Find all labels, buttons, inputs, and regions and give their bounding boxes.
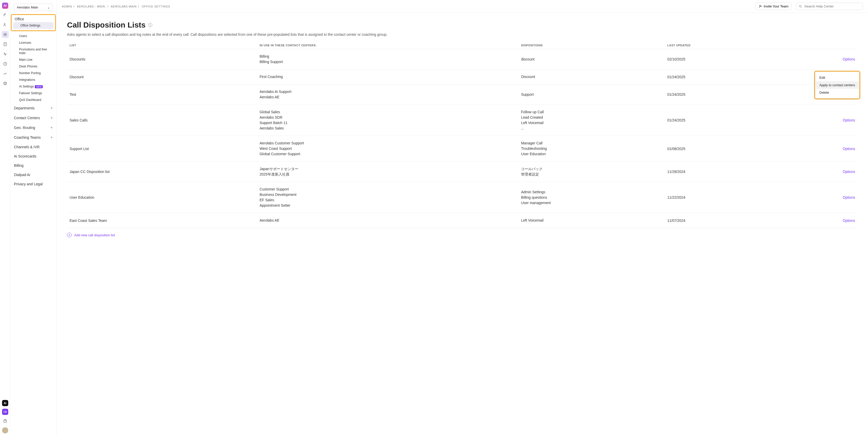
search-icon [799, 5, 802, 8]
cell-dispositions: Manager CallTroubleshootingUser Educatio… [518, 136, 665, 162]
breadcrumb-item[interactable]: ADMIN [62, 5, 72, 8]
sidebar-item-desk-phones[interactable]: Desk Phones [12, 63, 55, 70]
options-link[interactable]: Options [843, 170, 855, 174]
sidebar-item-contact-centers[interactable]: Contact Centers+ [10, 113, 56, 123]
cell-centers: Customer SupportBusiness DevelopmentEF S… [257, 182, 518, 213]
building-icon[interactable] [2, 41, 9, 48]
svg-rect-4 [4, 411, 5, 412]
sidebar-item-geo-routing[interactable]: Geo. Routing+ [10, 123, 56, 133]
user-plus-icon [758, 5, 762, 8]
cell-updated: 01/24/2025 [665, 69, 784, 85]
svg-point-1 [5, 34, 6, 35]
search-input[interactable] [804, 4, 860, 8]
sidebar-item-billing[interactable]: Billing [10, 161, 56, 170]
cell-list: Test [67, 85, 257, 105]
clock-icon[interactable] [2, 60, 9, 67]
trend-icon[interactable] [2, 70, 9, 77]
breadcrumb-item: OFFICE SETTINGS [142, 5, 170, 8]
sidebar-item-integrations[interactable]: Integrations [12, 76, 55, 83]
table-row: East Coast Sales TeamAerolabs AELeft Voi… [67, 213, 858, 228]
info-icon[interactable]: i [148, 23, 152, 27]
users-icon[interactable] [2, 21, 9, 28]
breadcrumb-sep: / [107, 5, 108, 8]
invite-label: Invite Your Team [764, 4, 788, 8]
table-row: Support ListAerolabs Customer SupportWes… [67, 136, 858, 162]
sidebar-item-departments[interactable]: Departments+ [10, 103, 56, 113]
sidebar-item-coaching-teams[interactable]: Coaching Teams+ [10, 133, 56, 142]
col-dispositions: DISPOSITIONS [518, 42, 665, 49]
sidebar-item-ai-settings[interactable]: Ai SettingsNew [12, 83, 55, 90]
new-badge: New [35, 85, 43, 88]
cell-list: Japan CC Disposition list [67, 162, 257, 182]
search-help[interactable] [796, 3, 863, 10]
sidebar-item-label: Departments [14, 106, 34, 110]
video-icon[interactable] [2, 409, 8, 415]
options-link[interactable]: Options [843, 57, 855, 61]
cell-list: User Education [67, 182, 257, 213]
breadcrumb-item[interactable]: AEROLABS MAIN [111, 5, 136, 8]
sidebar-item-promotions[interactable]: Promotions and free trials [12, 46, 55, 56]
box-icon[interactable] [2, 80, 9, 87]
invite-team-button[interactable]: Invite Your Team [755, 3, 792, 10]
sidebar-item-licenses[interactable]: Licenses [12, 39, 55, 46]
help-icon[interactable] [2, 417, 9, 425]
cell-centers: Japanサポートセンター2025年度新入社員 [257, 162, 518, 182]
col-list: LIST [67, 42, 257, 49]
sidebar-item-privacy-legal[interactable]: Privacy and Legal [10, 179, 56, 189]
plus-icon[interactable]: + [51, 125, 53, 130]
sidebar-item-number-porting[interactable]: Number Porting [12, 70, 55, 76]
cell-options: Options [784, 213, 858, 228]
main: ADMIN/ AEROLABS - MAIN./ AEROLABS MAIN/ … [57, 0, 868, 436]
add-disposition-list[interactable]: + Add new call disposition list [67, 233, 858, 237]
plus-icon[interactable]: + [51, 106, 53, 110]
sidebar-item-failover[interactable]: Failover Settings [12, 90, 55, 97]
dropdown-item-apply[interactable]: Apply to contact centers [816, 81, 859, 89]
dropdown-item-delete[interactable]: Delete [816, 89, 859, 96]
cell-list: Discounts [67, 49, 257, 69]
avatar[interactable] [2, 427, 8, 433]
dropdown-item-edit[interactable]: Edit [816, 74, 859, 81]
cell-updated: 01/08/2025 [665, 136, 784, 162]
cell-list: Sales Calls [67, 105, 257, 136]
office-heading[interactable]: Office [11, 16, 55, 22]
ai-settings-label: Ai Settings [19, 85, 34, 88]
activity-icon[interactable] [2, 51, 9, 58]
cell-updated: 11/07/2024 [665, 213, 784, 228]
cell-centers: First Coaching [257, 69, 518, 85]
table-row: Japan CC Disposition listJapanサポートセンター20… [67, 162, 858, 182]
gear-icon[interactable] [2, 31, 9, 38]
cell-dispositions: Follow up CallLead CreatedLeft Voicemail… [518, 105, 665, 136]
sidebar-item-users[interactable]: Users [12, 33, 55, 39]
options-link[interactable]: Options [843, 195, 855, 199]
cell-list: Discount [67, 69, 257, 85]
sidebar-item-label: Billing [14, 163, 24, 168]
sidebar-item-ai-scorecards[interactable]: Ai Scorecards [10, 152, 56, 161]
table-row: Sales CallsGlobal SalesAerolabs SDRSuppo… [67, 105, 858, 136]
sidebar-item-office-settings[interactable]: Office Settings [13, 22, 54, 29]
breadcrumb-item[interactable]: AEROLABS - MAIN. [77, 5, 106, 8]
sidebar-item-channels-ivr[interactable]: Channels & IVR [10, 142, 56, 152]
app-logo[interactable]: Ai [2, 3, 8, 9]
options-link[interactable]: Options [843, 147, 855, 151]
cell-list: East Coast Sales Team [67, 213, 257, 228]
cell-dispositions: Discount [518, 69, 665, 85]
plus-icon[interactable]: + [51, 115, 53, 120]
workspace-selector[interactable]: Aerolabs Main ⌄ [14, 4, 53, 11]
sidebar-item-qos[interactable]: QoS Dashboard [12, 97, 55, 103]
sidebar-item-main-line[interactable]: Main Line [12, 56, 55, 63]
ai-badge-icon[interactable]: Ai [2, 400, 8, 406]
cell-centers: Aerolabs Ai SupportAerolabs AE [257, 85, 518, 105]
options-link[interactable]: Options [843, 219, 855, 223]
cell-dispositions: discount [518, 49, 665, 69]
options-link[interactable]: Options [843, 118, 855, 122]
icon-rail: Ai Ai [0, 0, 10, 436]
office-section-highlight: Office Office Settings [11, 14, 56, 31]
plus-icon[interactable]: + [51, 135, 53, 140]
sidebar-item-dialpad-ai[interactable]: Dialpad Ai [10, 170, 56, 179]
rocket-icon[interactable] [2, 11, 9, 19]
workspace-label: Aerolabs Main [17, 5, 38, 9]
cell-centers: BillingBilling Support [257, 49, 518, 69]
svg-point-7 [799, 5, 801, 7]
cell-updated: 01/24/2025 [665, 105, 784, 136]
topbar: ADMIN/ AEROLABS - MAIN./ AEROLABS MAIN/ … [57, 0, 868, 13]
